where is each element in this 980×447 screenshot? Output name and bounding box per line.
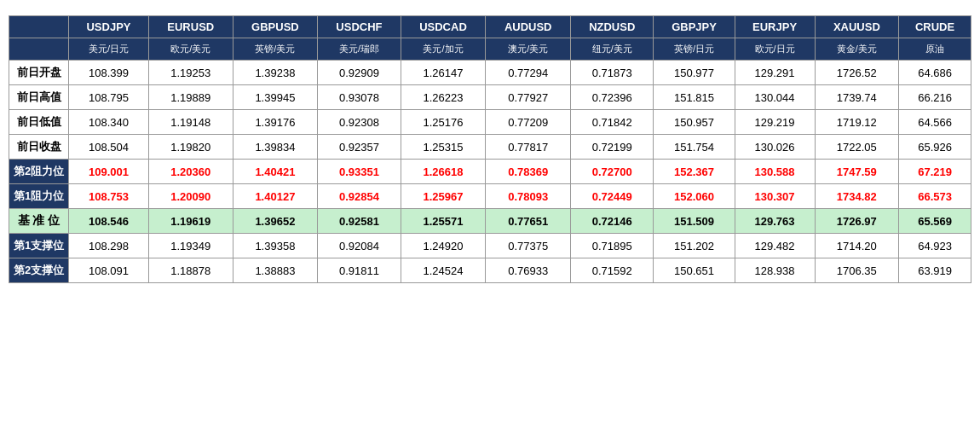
cell-r7-c3: 0.92581 [318, 209, 401, 234]
row-label-1: 前日开盘 [9, 61, 69, 85]
cell-r8-c3: 0.92084 [318, 234, 401, 258]
cell-r1-c4: 1.26147 [401, 61, 486, 85]
cell-r8-c4: 1.24920 [401, 234, 486, 258]
cell-r9-c9: 1706.35 [815, 258, 899, 283]
cell-r4-c1: 1.19820 [148, 135, 233, 160]
col-subheader-eurusd: 欧元/美元 [148, 38, 233, 61]
cell-r6-c4: 1.25967 [401, 184, 486, 209]
cell-r3-c0: 108.340 [69, 110, 149, 135]
cell-r5-c6: 0.72700 [571, 160, 654, 184]
cell-r4-c10: 65.926 [899, 135, 971, 160]
cell-r9-c0: 108.091 [69, 258, 149, 283]
cell-r7-c9: 1726.97 [815, 209, 899, 234]
cell-r7-c4: 1.25571 [401, 209, 486, 234]
cell-r6-c1: 1.20090 [148, 184, 233, 209]
cell-r8-c6: 0.71895 [571, 234, 654, 258]
cell-r3-c2: 1.39176 [233, 110, 318, 135]
cell-r4-c3: 0.92357 [318, 135, 401, 160]
cell-r5-c2: 1.40421 [233, 160, 318, 184]
col-header-usdcad: USDCAD [401, 16, 486, 38]
col-subheader-xauusd: 黄金/美元 [815, 38, 899, 61]
cell-r1-c3: 0.92909 [318, 61, 401, 85]
cell-r1-c1: 1.19253 [148, 61, 233, 85]
table-row-6: 第1阻力位108.7531.200901.401270.928541.25967… [9, 184, 971, 209]
cell-r2-c7: 151.815 [654, 85, 735, 110]
cell-r9-c7: 150.651 [654, 258, 735, 283]
cell-r5-c1: 1.20360 [148, 160, 233, 184]
table-row-3: 前日低值108.3401.191481.391760.923081.251760… [9, 110, 971, 135]
cell-r1-c5: 0.77294 [486, 61, 571, 85]
cell-r5-c10: 67.219 [899, 160, 971, 184]
cell-r9-c5: 0.76933 [486, 258, 571, 283]
row-label-8: 第1支撑位 [9, 234, 69, 258]
cell-r8-c2: 1.39358 [233, 234, 318, 258]
cell-r8-c7: 151.202 [654, 234, 735, 258]
header-row-subs: 美元/日元欧元/美元英镑/美元美元/瑞郎美元/加元澳元/美元纽元/美元英镑/日元… [9, 38, 971, 61]
cell-r7-c7: 151.509 [654, 209, 735, 234]
col-header-gbpusd: GBPUSD [233, 16, 318, 38]
cell-r1-c6: 0.71873 [571, 61, 654, 85]
cell-r3-c5: 0.77209 [486, 110, 571, 135]
cell-r2-c2: 1.39945 [233, 85, 318, 110]
row-label-4: 前日收盘 [9, 135, 69, 160]
col-header-xauusd: XAUUSD [815, 16, 899, 38]
col-header-eurusd: EURUSD [148, 16, 233, 38]
cell-r9-c4: 1.24524 [401, 258, 486, 283]
cell-r6-c2: 1.40127 [233, 184, 318, 209]
cell-r2-c8: 130.044 [735, 85, 815, 110]
row-label-5: 第2阻力位 [9, 160, 69, 184]
table-body: 前日开盘108.3991.192531.392380.929091.261470… [9, 61, 971, 283]
cell-r7-c10: 65.569 [899, 209, 971, 234]
cell-r3-c6: 0.71842 [571, 110, 654, 135]
cell-r6-c6: 0.72449 [571, 184, 654, 209]
col-subheader-crude: 原油 [899, 38, 971, 61]
cell-r7-c5: 0.77651 [486, 209, 571, 234]
cell-r7-c1: 1.19619 [148, 209, 233, 234]
col-header-nzdusd: NZDUSD [571, 16, 654, 38]
col-header-eurjpy: EURJPY [735, 16, 815, 38]
cell-r4-c9: 1722.05 [815, 135, 899, 160]
cell-r5-c0: 109.001 [69, 160, 149, 184]
table-row-8: 第1支撑位108.2981.193491.393580.920841.24920… [9, 234, 971, 258]
cell-r2-c3: 0.93078 [318, 85, 401, 110]
cell-r2-c9: 1739.74 [815, 85, 899, 110]
cell-r2-c6: 0.72396 [571, 85, 654, 110]
cell-r5-c9: 1747.59 [815, 160, 899, 184]
cell-r4-c5: 0.77817 [486, 135, 571, 160]
cell-r7-c8: 129.763 [735, 209, 815, 234]
cell-r5-c8: 130.588 [735, 160, 815, 184]
cell-r8-c9: 1714.20 [815, 234, 899, 258]
cell-r5-c5: 0.78369 [486, 160, 571, 184]
col-header-crude: CRUDE [899, 16, 971, 38]
col-subheader-empty [9, 38, 69, 61]
cell-r5-c7: 152.367 [654, 160, 735, 184]
cell-r9-c10: 63.919 [899, 258, 971, 283]
cell-r3-c9: 1719.12 [815, 110, 899, 135]
cell-r1-c9: 1726.52 [815, 61, 899, 85]
col-header-usdchf: USDCHF [318, 16, 401, 38]
cell-r9-c6: 0.71592 [571, 258, 654, 283]
table-row-9: 第2支撑位108.0911.188781.388830.918111.24524… [9, 258, 971, 283]
col-header-label [9, 16, 69, 38]
header-row-codes: USDJPYEURUSDGBPUSDUSDCHFUSDCADAUDUSDNZDU… [9, 16, 971, 38]
row-label-2: 前日高值 [9, 85, 69, 110]
col-subheader-nzdusd: 纽元/美元 [571, 38, 654, 61]
cell-r6-c8: 130.307 [735, 184, 815, 209]
cell-r2-c5: 0.77927 [486, 85, 571, 110]
cell-r3-c8: 129.219 [735, 110, 815, 135]
cell-r9-c8: 128.938 [735, 258, 815, 283]
cell-r3-c1: 1.19148 [148, 110, 233, 135]
cell-r6-c0: 108.753 [69, 184, 149, 209]
cell-r1-c8: 129.291 [735, 61, 815, 85]
cell-r1-c2: 1.39238 [233, 61, 318, 85]
col-subheader-audusd: 澳元/美元 [486, 38, 571, 61]
cell-r3-c10: 64.566 [899, 110, 971, 135]
cell-r2-c10: 66.216 [899, 85, 971, 110]
cell-r1-c0: 108.399 [69, 61, 149, 85]
table-row-1: 前日开盘108.3991.192531.392380.929091.261470… [9, 61, 971, 85]
row-label-9: 第2支撑位 [9, 258, 69, 283]
col-subheader-gbpusd: 英镑/美元 [233, 38, 318, 61]
cell-r9-c2: 1.38883 [233, 258, 318, 283]
cell-r4-c2: 1.39834 [233, 135, 318, 160]
col-subheader-gbpjpy: 英镑/日元 [654, 38, 735, 61]
